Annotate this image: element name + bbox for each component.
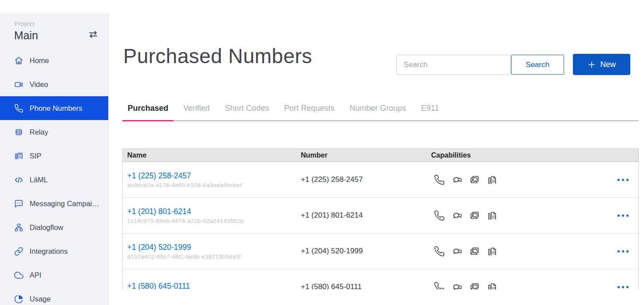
table-row: +1 (204) 520-1999 d151a402-99c7-48f1-be6… xyxy=(123,233,638,269)
tab-number-groups[interactable]: Number Groups xyxy=(344,104,411,120)
tab-short-codes[interactable]: Short Codes xyxy=(220,104,274,120)
table-row: +1 (201) 801-6214 1c14c975-89eb-4474-a22… xyxy=(123,198,638,233)
fax-capability-icon xyxy=(487,174,498,185)
row-actions-button[interactable] xyxy=(617,283,629,290)
new-number-button[interactable]: New xyxy=(573,54,630,75)
sms-capability-icon xyxy=(451,282,462,290)
chip-icon xyxy=(14,128,23,137)
search-button[interactable]: Search xyxy=(511,55,564,75)
table-row: +1 (225) 258-2457 ac9dce2a-a176-4e65-b10… xyxy=(123,162,638,198)
tab-purchased[interactable]: Purchased xyxy=(122,104,174,120)
page-title: Purchased Numbers xyxy=(123,45,312,68)
chat-bubble-icon xyxy=(14,199,23,208)
number-name-link[interactable]: +1 (204) 520-1999 xyxy=(127,243,191,252)
row-actions-button[interactable] xyxy=(617,212,629,219)
fax-capability-icon xyxy=(487,210,498,221)
number-id: ac9dce2a-a176-4e65-b108-8a3eda6bcbef xyxy=(127,182,301,188)
header-controls: Search New xyxy=(396,55,630,75)
sidebar-item-laml[interactable]: LāML xyxy=(0,168,108,192)
link-icon xyxy=(14,247,23,256)
switch-project-icon[interactable] xyxy=(88,29,98,41)
sms-capability-icon xyxy=(451,174,462,185)
number-cell: +1 (580) 645-0111 xyxy=(301,282,431,290)
sidebar: Project Main Home Video Phone Numbers xyxy=(0,13,109,305)
project-name: Main xyxy=(14,28,38,42)
number-id: d151a402-99c7-48f1-be6b-e38219b56a5f xyxy=(127,253,301,260)
row-actions-button[interactable] xyxy=(617,248,629,255)
phone-icon xyxy=(14,104,23,113)
tab-bar: Purchased Verified Short Codes Port Requ… xyxy=(122,104,639,121)
sidebar-item-dialogflow[interactable]: Dialogflow xyxy=(0,215,108,239)
tab-verified[interactable]: Verified xyxy=(178,104,215,120)
mms-capability-icon xyxy=(469,210,480,221)
plus-icon xyxy=(587,60,596,69)
sidebar-item-video[interactable]: Video xyxy=(0,72,108,96)
cloud-icon xyxy=(14,271,23,280)
fax-capability-icon xyxy=(487,282,498,290)
voice-capability-icon xyxy=(434,246,445,257)
row-actions-button[interactable] xyxy=(617,176,629,184)
app-page: Project Main Home Video Phone Numbers xyxy=(0,0,644,305)
sidebar-item-home[interactable]: Home xyxy=(0,49,108,72)
number-name-link[interactable]: +1 (580) 645-0111 xyxy=(127,282,190,290)
search-input[interactable] xyxy=(396,55,511,75)
sitemap-icon xyxy=(14,223,23,232)
numbers-table: Name Number Capabilities +1 (225) 258-24… xyxy=(122,148,639,290)
number-name-link[interactable]: +1 (225) 258-2457 xyxy=(127,171,191,181)
tab-port-requests[interactable]: Port Requests xyxy=(279,104,340,120)
code-icon xyxy=(14,175,23,185)
sms-capability-icon xyxy=(451,246,462,257)
fax-capability-icon xyxy=(487,246,498,257)
number-id: 1c14c975-89eb-4474-a22b-62a24143552b xyxy=(127,218,301,224)
table-row: +1 (580) 645-0111 +1 (580) 645-0111 xyxy=(123,269,638,290)
voice-capability-icon xyxy=(434,174,445,185)
sidebar-item-messaging-campaigns[interactable]: Messaging Campai… xyxy=(0,192,108,215)
column-header-capabilities: Capabilities xyxy=(431,151,581,159)
sidebar-item-usage[interactable]: Usage xyxy=(0,287,108,305)
project-label: Project xyxy=(14,19,38,28)
voice-capability-icon xyxy=(434,282,445,290)
voice-capability-icon xyxy=(434,210,445,221)
main-content: Purchased Numbers Search New Purchased V… xyxy=(109,0,644,305)
pie-chart-icon xyxy=(14,294,23,304)
mms-capability-icon xyxy=(469,246,480,257)
number-cell: +1 (201) 801-6214 xyxy=(301,211,431,220)
mms-capability-icon xyxy=(469,282,480,290)
column-header-number: Number xyxy=(301,151,431,159)
number-name-link[interactable]: +1 (201) 801-6214 xyxy=(127,207,191,216)
sidebar-item-relay[interactable]: Relay xyxy=(0,120,108,144)
home-icon xyxy=(14,56,23,65)
mms-capability-icon xyxy=(469,174,480,185)
number-cell: +1 (225) 258-2457 xyxy=(301,175,431,184)
tab-e911[interactable]: E911 xyxy=(416,104,444,120)
column-header-name: Name xyxy=(123,151,301,159)
sidebar-item-api[interactable]: API xyxy=(0,263,108,287)
sms-capability-icon xyxy=(451,210,462,221)
sidebar-item-phone-numbers[interactable]: Phone Numbers xyxy=(0,96,108,120)
sidebar-nav: Home Video Phone Numbers Relay SIP LāML xyxy=(0,49,108,305)
sidebar-item-sip[interactable]: SIP xyxy=(0,144,108,168)
video-camera-icon xyxy=(14,80,23,89)
sip-device-icon xyxy=(14,151,23,161)
table-header-row: Name Number Capabilities xyxy=(123,149,638,162)
sidebar-item-integrations[interactable]: Integrations xyxy=(0,239,108,263)
number-cell: +1 (204) 520-1999 xyxy=(301,247,431,256)
project-switcher: Project Main xyxy=(0,13,108,42)
